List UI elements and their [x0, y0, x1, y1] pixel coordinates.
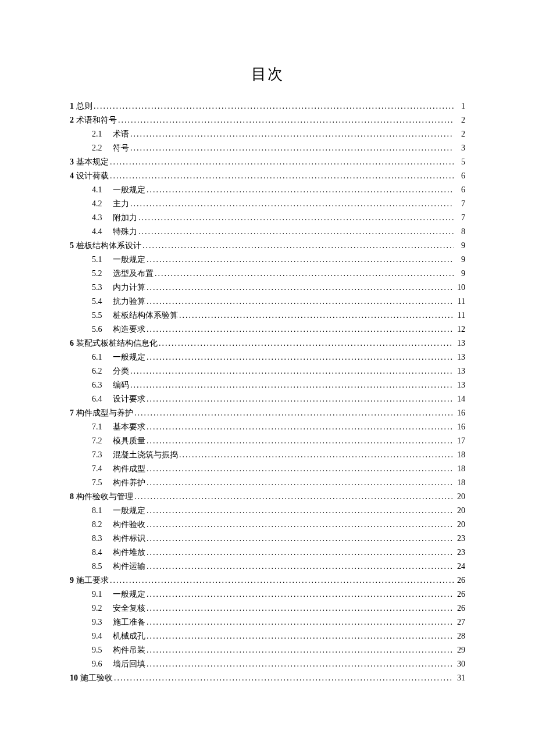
page-title: 目次	[70, 64, 465, 84]
toc-leader-dots	[147, 476, 454, 490]
toc-leader-dots	[147, 295, 454, 309]
toc-entry-number: 9.5	[92, 643, 113, 657]
toc-entry-number: 8.1	[92, 504, 113, 518]
toc-entry-number: 2.1	[92, 127, 113, 141]
toc-leader-dots	[147, 657, 454, 671]
toc-entry: 6.3编码13	[70, 378, 465, 392]
toc-entry-label: 内力计算	[113, 281, 145, 295]
toc-entry: 2.1术语2	[70, 127, 465, 141]
toc-entry-number: 9.6	[92, 657, 113, 671]
toc-leader-dots	[179, 309, 454, 323]
toc-entry: 5.3内力计算10	[70, 281, 465, 295]
toc-entry-number: 7.2	[92, 434, 113, 448]
toc-entry-page: 20	[455, 518, 465, 532]
toc-leader-dots	[134, 490, 454, 504]
toc-leader-dots	[147, 560, 454, 574]
toc-entry-label: 构件吊装	[113, 643, 145, 657]
toc-entry-label: 墙后回填	[113, 657, 145, 671]
toc-entry-page: 2	[455, 127, 465, 141]
toc-entry-label: 总则	[76, 99, 92, 113]
toc-entry-number: 9.1	[92, 587, 113, 601]
toc-entry-label: 构件验收与管理	[76, 490, 133, 504]
toc-entry-label: 构件标识	[113, 532, 145, 546]
toc-entry: 6装配式板桩结构信息化13	[70, 336, 465, 350]
toc-leader-dots	[147, 253, 454, 267]
toc-entry-number: 8.4	[92, 546, 113, 560]
toc-entry-label: 一般规定	[113, 587, 145, 601]
toc-entry-page: 24	[455, 560, 465, 574]
toc-entry-page: 13	[455, 336, 465, 350]
toc-leader-dots	[142, 239, 454, 253]
toc-entry-number: 8.5	[92, 560, 113, 574]
toc-leader-dots	[155, 267, 454, 281]
toc-entry: 10施工验收31	[70, 671, 465, 685]
toc-entry-number: 10	[70, 671, 78, 685]
toc-entry: 7.2模具质量17	[70, 434, 465, 448]
toc-entry-label: 抗力验算	[113, 295, 145, 309]
toc-entry-label: 施工要求	[76, 574, 109, 587]
toc-entry-number: 8	[70, 490, 74, 504]
toc-leader-dots	[147, 281, 454, 295]
toc-entry: 4.2主力7	[70, 197, 465, 211]
toc-entry-number: 7.3	[92, 448, 113, 462]
toc-entry: 9施工要求26	[70, 574, 465, 587]
toc-entry: 4.4特殊力8	[70, 225, 465, 239]
toc-entry-label: 机械成孔	[113, 629, 145, 643]
toc-entry-number: 2	[70, 113, 74, 127]
toc-entry-number: 5.4	[92, 295, 113, 309]
toc-entry-page: 6	[455, 169, 465, 183]
toc-entry-page: 6	[455, 183, 465, 197]
toc-entry-page: 26	[455, 587, 465, 601]
toc-entry-number: 6.1	[92, 350, 113, 364]
toc-entry-number: 9.2	[92, 601, 113, 615]
toc-entry-number: 4.3	[92, 211, 113, 225]
toc-entry-page: 13	[455, 350, 465, 364]
toc-entry-number: 6.3	[92, 378, 113, 392]
toc-entry: 5.5桩板结构体系验算11	[70, 309, 465, 323]
toc-entry: 9.4机械成孔28	[70, 629, 465, 643]
toc-leader-dots	[147, 183, 454, 197]
toc-entry-label: 构件养护	[113, 476, 145, 490]
toc-entry-page: 3	[455, 141, 465, 155]
toc-entry-page: 26	[455, 574, 465, 587]
toc-entry-page: 23	[455, 546, 465, 560]
toc-entry: 6.2分类13	[70, 364, 465, 378]
toc-entry-page: 7	[455, 197, 465, 211]
toc-entry-number: 5.5	[92, 309, 113, 323]
toc-entry-label: 附加力	[113, 211, 137, 225]
toc-entry-number: 8.3	[92, 532, 113, 546]
toc-entry: 9.6墙后回填30	[70, 657, 465, 671]
toc-entry-number: 4.4	[92, 225, 113, 239]
toc-leader-dots	[134, 406, 454, 420]
toc-entry: 5.2选型及布置9	[70, 267, 465, 281]
toc-leader-dots	[147, 615, 454, 629]
toc-entry-page: 12	[455, 323, 465, 336]
toc-entry-label: 主力	[113, 197, 129, 211]
toc-leader-dots	[110, 155, 454, 169]
toc-leader-dots	[130, 127, 454, 141]
toc-entry-label: 一般规定	[113, 183, 145, 197]
toc-leader-dots	[147, 587, 454, 601]
toc-leader-dots	[147, 643, 454, 657]
toc-entry: 6.4设计要求14	[70, 392, 465, 406]
toc-entry: 7.4构件成型18	[70, 462, 465, 476]
toc-entry: 6.1一般规定13	[70, 350, 465, 364]
toc-entry-page: 13	[455, 364, 465, 378]
toc-entry: 5桩板结构体系设计9	[70, 239, 465, 253]
toc-entry-label: 桩板结构体系设计	[76, 239, 141, 253]
toc-entry-label: 构件验收	[113, 518, 145, 532]
toc-entry: 7.3混凝土浇筑与振捣18	[70, 448, 465, 462]
toc-entry: 8.5构件运输24	[70, 560, 465, 574]
toc-leader-dots	[147, 350, 454, 364]
toc-entry: 8.3构件标识23	[70, 532, 465, 546]
toc-entry-page: 29	[455, 643, 465, 657]
toc-entry: 8.2构件验收20	[70, 518, 465, 532]
toc-entry-number: 7.4	[92, 462, 113, 476]
toc-entry: 5.4抗力验算11	[70, 295, 465, 309]
toc-leader-dots	[114, 671, 454, 685]
toc-entry-page: 5	[455, 155, 465, 169]
toc-entry: 9.5构件吊装29	[70, 643, 465, 657]
toc-entry-number: 5.6	[92, 323, 113, 336]
toc-entry: 7.1基本要求16	[70, 420, 465, 434]
toc-leader-dots	[147, 601, 454, 615]
